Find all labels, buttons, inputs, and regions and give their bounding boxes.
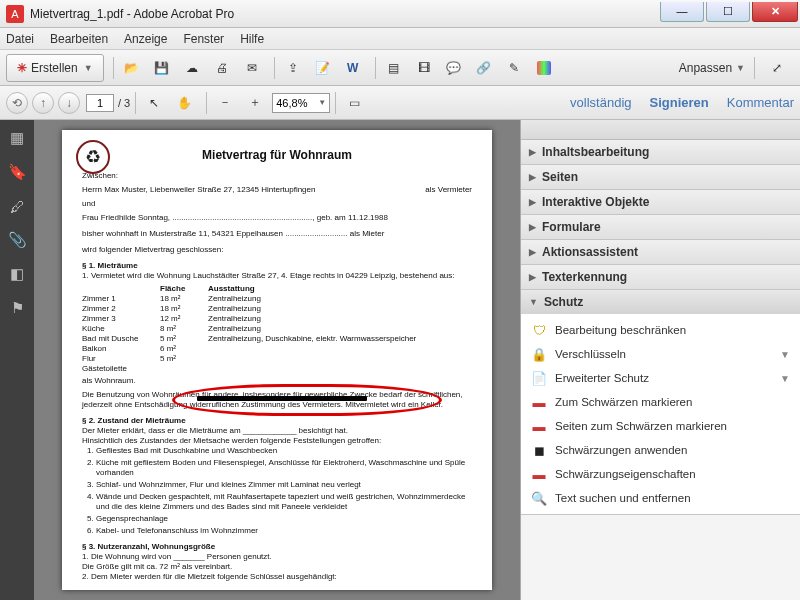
page-number-input[interactable] xyxy=(86,94,114,112)
window-maximize-button[interactable]: ☐ xyxy=(706,2,750,22)
table-row: Zimmer 118 m²Zentralheizung xyxy=(82,294,472,304)
mail-icon: ✉ xyxy=(247,61,257,75)
accordion-title: Inhaltsbearbeitung xyxy=(542,145,649,159)
tools-panel: ▶Inhaltsbearbeitung▶Seiten▶Interaktive O… xyxy=(520,120,800,600)
accordion-header[interactable]: ▼Schutz xyxy=(521,290,800,314)
chevron-down-icon: ▼ xyxy=(780,373,790,384)
tool-item[interactable]: 🔍Text suchen und entfernen xyxy=(521,486,800,510)
accordion-header[interactable]: ▶Texterkennung xyxy=(521,265,800,289)
list-item: Kabel- und Telefonanschluss im Wohnzimme… xyxy=(96,526,472,536)
expand-icon: ⤢ xyxy=(772,61,782,75)
accordion-title: Interaktive Objekte xyxy=(542,195,649,209)
zoom-in-button[interactable]: ＋ xyxy=(242,90,268,116)
tool-item[interactable]: ▬Seiten zum Schwärzen markieren xyxy=(521,414,800,438)
marquee-icon: ▭ xyxy=(349,96,360,110)
chevron-down-icon: ▼ xyxy=(736,63,745,73)
doc-text: Frau Friedhilde Sonntag, ...............… xyxy=(82,213,472,223)
cloud-button[interactable]: ☁ xyxy=(179,55,205,81)
document-area[interactable]: ♻ Mietvertrag für Wohnraum Zwischen: Her… xyxy=(34,120,520,600)
accordion-header[interactable]: ▶Formulare xyxy=(521,215,800,239)
tool-item[interactable]: 🔒Verschlüsseln▼ xyxy=(521,342,800,366)
email-button[interactable]: ✉ xyxy=(239,55,265,81)
create-button[interactable]: ✳ Erstellen ▼ xyxy=(6,54,104,82)
tab-kommentar[interactable]: Kommentar xyxy=(727,95,794,110)
multimedia-button[interactable]: 🎞 xyxy=(411,55,437,81)
tab-vollstaendig[interactable]: vollständig xyxy=(570,95,631,110)
doc-text: Der Mieter erklärt, dass er die Mieträum… xyxy=(82,426,472,436)
recycle-logo-icon: ♻ xyxy=(76,140,110,174)
tab-signieren[interactable]: Signieren xyxy=(650,95,709,110)
customize-label[interactable]: Anpassen xyxy=(679,61,732,75)
list-item: Gefliestes Bad mit Duschkabine und Wasch… xyxy=(96,446,472,456)
tool-item-label: Schwärzungseigenschaften xyxy=(555,468,696,480)
tool-item[interactable]: 📄Erweiterter Schutz▼ xyxy=(521,366,800,390)
hand-tool-button[interactable]: ✋ xyxy=(171,90,197,116)
print-button[interactable]: 🖨 xyxy=(209,55,235,81)
form-icon: ▤ xyxy=(388,61,399,75)
word-export-button[interactable]: W xyxy=(340,55,366,81)
triangle-right-icon: ▶ xyxy=(529,197,536,207)
thumbnails-panel-button[interactable]: ▦ xyxy=(7,128,27,148)
navigation-toolbar: ⟲ ↑ ↓ / 3 ↖ ✋ － ＋ 46,8% ▼ ▭ vollständig … xyxy=(0,86,800,120)
table-row: Küche8 m²Zentralheizung xyxy=(82,324,472,334)
zoom-out-button[interactable]: － xyxy=(212,90,238,116)
save-button[interactable]: 💾 xyxy=(149,55,175,81)
form-button[interactable]: ▤ xyxy=(381,55,407,81)
fullscreen-button[interactable]: ⤢ xyxy=(764,55,790,81)
menu-hilfe[interactable]: Hilfe xyxy=(240,32,264,46)
bookmarks-panel-button[interactable]: 🔖 xyxy=(7,162,27,182)
menu-fenster[interactable]: Fenster xyxy=(183,32,224,46)
menu-bearbeiten[interactable]: Bearbeiten xyxy=(50,32,108,46)
first-page-button[interactable]: ⟲ xyxy=(6,92,28,114)
share-button[interactable]: 🔗 xyxy=(471,55,497,81)
select-tool-button[interactable]: ↖ xyxy=(141,90,167,116)
menu-datei[interactable]: Datei xyxy=(6,32,34,46)
window-close-button[interactable]: ✕ xyxy=(752,2,798,22)
layers-panel-button[interactable]: ◧ xyxy=(7,264,27,284)
pdf-page: ♻ Mietvertrag für Wohnraum Zwischen: Her… xyxy=(62,130,492,590)
tool-item[interactable]: ▬Schwärzungseigenschaften xyxy=(521,462,800,486)
open-button[interactable]: 📂 xyxy=(119,55,145,81)
zoom-out-icon: － xyxy=(219,94,231,111)
doc-text: 2. Dem Mieter werden für die Mietzeit fo… xyxy=(82,572,472,582)
signatures-panel-button[interactable]: 🖊 xyxy=(7,196,27,216)
triangle-right-icon: ▶ xyxy=(529,247,536,257)
marquee-zoom-button[interactable]: ▭ xyxy=(341,90,367,116)
accordion-header[interactable]: ▶Aktionsassistent xyxy=(521,240,800,264)
menu-anzeige[interactable]: Anzeige xyxy=(124,32,167,46)
chevron-down-icon: ▼ xyxy=(318,98,326,107)
next-page-button[interactable]: ↓ xyxy=(58,92,80,114)
accordion-header[interactable]: ▶Inhaltsbearbeitung xyxy=(521,140,800,164)
hand-icon: ✋ xyxy=(177,96,192,110)
navigation-rail: ▦ 🔖 🖊 📎 ◧ ⚑ xyxy=(0,120,34,600)
page-edit-icon: 📝 xyxy=(315,61,330,75)
tool-item[interactable]: ◼Schwärzungen anwenden xyxy=(521,438,800,462)
list-item: Wände und Decken gespachtelt, mit Rauhfa… xyxy=(96,492,472,512)
doc-icon: 📄 xyxy=(531,370,547,386)
zoom-level-select[interactable]: 46,8% ▼ xyxy=(272,93,330,113)
accordion-title: Schutz xyxy=(544,295,583,309)
accordion-section: ▶Aktionsassistent xyxy=(521,240,800,265)
floppy-icon: 💾 xyxy=(154,61,169,75)
tool-item[interactable]: ▬Zum Schwärzen markieren xyxy=(521,390,800,414)
triangle-right-icon: ▶ xyxy=(529,272,536,282)
doc-text: Hinsichtlich des Zustandes der Mietsache… xyxy=(82,436,472,446)
prev-page-button[interactable]: ↑ xyxy=(32,92,54,114)
attachments-panel-button[interactable]: 📎 xyxy=(7,230,27,250)
accordion-section: ▶Seiten xyxy=(521,165,800,190)
section-heading: § 1. Mieträume xyxy=(82,261,472,271)
sign-button[interactable]: ✎ xyxy=(501,55,527,81)
table-row: Flur5 m² xyxy=(82,354,472,364)
window-minimize-button[interactable]: — xyxy=(660,2,704,22)
accordion-header[interactable]: ▶Seiten xyxy=(521,165,800,189)
export-button[interactable]: ⇪ xyxy=(280,55,306,81)
tags-panel-button[interactable]: ⚑ xyxy=(7,298,27,318)
comment-button[interactable]: 💬 xyxy=(441,55,467,81)
export-icon: ⇪ xyxy=(288,61,298,75)
doc-text: Herrn Max Muster, Liebenweiler Straße 27… xyxy=(82,185,315,195)
separator xyxy=(335,92,336,114)
tool-item[interactable]: 🛡Bearbeitung beschränken xyxy=(521,318,800,342)
accordion-header[interactable]: ▶Interaktive Objekte xyxy=(521,190,800,214)
highlight-button[interactable] xyxy=(531,55,557,81)
edit-pdf-button[interactable]: 📝 xyxy=(310,55,336,81)
